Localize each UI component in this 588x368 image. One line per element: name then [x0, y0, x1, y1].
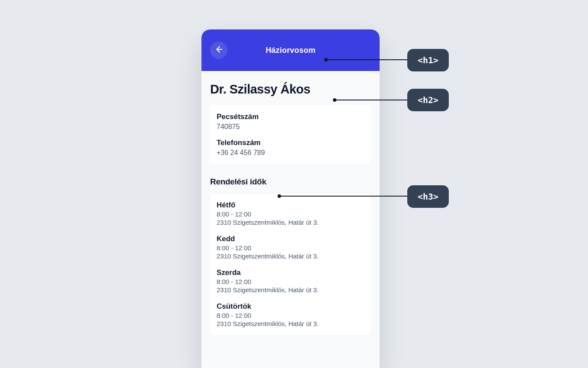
list-item: Szerda 8:00 - 12:00 2310 Szigetszentmikl…	[217, 268, 364, 294]
day-time: 8:00 - 12:00	[217, 244, 364, 252]
day-address: 2310 Szigetszentmiklós, Határ út 3.	[217, 320, 364, 327]
stamp-number-value: 740875	[217, 123, 364, 131]
app-header: Háziorvosom	[201, 29, 380, 71]
day-time: 8:00 - 12:00	[217, 312, 364, 319]
info-card: Pecsétszám 740875 Telefonszám +36 24 456…	[209, 104, 372, 165]
page-title: Háziorvosom	[265, 46, 315, 55]
day-address: 2310 Szigetszentmiklós, Határ út 3.	[217, 286, 364, 294]
canvas: Háziorvosom Dr. Szilassy Ákos Pecsétszám…	[0, 0, 588, 368]
arrow-left-icon	[214, 45, 224, 56]
list-item: Hétfő 8:00 - 12:00 2310 Szigetszentmikló…	[217, 201, 364, 226]
office-hours-heading: Rendelési idők	[210, 177, 372, 187]
back-button[interactable]	[210, 42, 227, 59]
list-item: Csütörtök 8:00 - 12:00 2310 Szigetszentm…	[217, 302, 364, 327]
app-frame: Háziorvosom Dr. Szilassy Ákos Pecsétszám…	[201, 29, 380, 368]
annotation-badge-h3: <h3>	[407, 185, 449, 208]
annotation-badge-h1: <h1>	[407, 49, 449, 71]
annotation-connector	[326, 59, 407, 60]
day-time: 8:00 - 12:00	[217, 278, 364, 285]
phone-number-value: +36 24 456 789	[217, 149, 364, 157]
doctor-name: Dr. Szilassy Ákos	[210, 82, 372, 97]
day-name: Kedd	[217, 235, 364, 243]
day-address: 2310 Szigetszentmiklós, Határ út 3.	[217, 219, 364, 226]
annotation-connector	[335, 100, 407, 100]
day-name: Hétfő	[217, 201, 364, 210]
annotation-badge-h2: <h2>	[407, 89, 449, 111]
day-name: Szerda	[217, 268, 364, 277]
list-item: Kedd 8:00 - 12:00 2310 Szigetszentmiklós…	[217, 235, 364, 260]
phone-number-label: Telefonszám	[217, 139, 364, 147]
content-area: Dr. Szilassy Ákos Pecsétszám 740875 Tele…	[201, 71, 380, 353]
day-time: 8:00 - 12:00	[217, 210, 364, 218]
hours-card: Hétfő 8:00 - 12:00 2310 Szigetszentmikló…	[209, 193, 372, 336]
stamp-number-label: Pecsétszám	[217, 113, 364, 121]
day-name: Csütörtök	[217, 302, 364, 311]
day-address: 2310 Szigetszentmiklós, Határ út 3.	[217, 252, 364, 260]
annotation-connector	[279, 196, 407, 197]
